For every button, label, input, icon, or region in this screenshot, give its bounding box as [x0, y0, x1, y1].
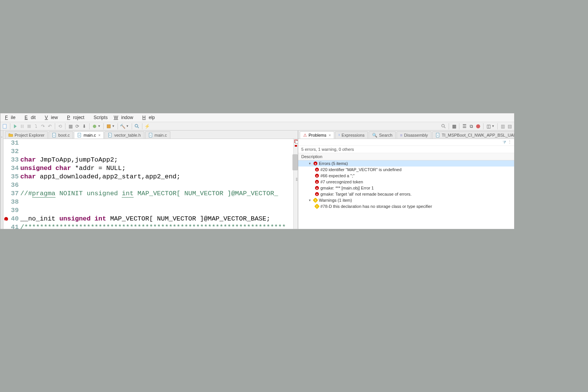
- hammer-icon[interactable]: 🔨: [120, 123, 126, 129]
- tab-expressions[interactable]: ᵡ Expressions: [335, 131, 368, 139]
- svg-line-7: [137, 126, 139, 128]
- error-marker-icon[interactable]: [4, 217, 8, 221]
- problems-summary: 5 errors, 1 warning, 0 others: [298, 146, 514, 153]
- problems-tree: ▾xErrors (5 items)x#20 identifier "MAP_V…: [298, 160, 514, 209]
- tree-row[interactable]: xgmake: *** [main.obj] Error 1: [298, 185, 514, 191]
- new-icon[interactable]: [2, 123, 8, 129]
- tab-search[interactable]: 🔍 Search: [369, 131, 396, 139]
- line-numbers: 3132333435363738394041: [10, 139, 20, 229]
- open-perspective-icon[interactable]: ◫: [485, 123, 492, 129]
- vertical-scrollbar[interactable]: [292, 154, 298, 170]
- editor-tab-row: Project Explorer c boot.c c main.c × h v…: [3, 131, 298, 139]
- tab-disassembly[interactable]: ≡ Disassembly: [397, 131, 431, 139]
- restart-icon[interactable]: ⟲: [57, 123, 63, 129]
- svg-point-6: [135, 124, 138, 127]
- view-b-icon[interactable]: ▤: [506, 123, 513, 129]
- refresh-icon[interactable]: ⟳: [74, 123, 80, 129]
- tab-boot-c[interactable]: c boot.c: [49, 131, 73, 139]
- c-file-icon: c: [436, 133, 440, 137]
- error-icon: x: [315, 168, 319, 172]
- download-icon[interactable]: ⬇: [81, 123, 87, 129]
- c-file-icon: c: [77, 133, 82, 137]
- marker-column: [3, 139, 10, 229]
- tree-row[interactable]: x#20 identifier "MAP_VECTOR" is undefine…: [298, 167, 514, 173]
- pause-icon[interactable]: [19, 123, 25, 129]
- step-icon[interactable]: ⤵: [33, 123, 39, 129]
- svg-rect-1: [21, 124, 22, 128]
- perspective-2-icon[interactable]: ⧉: [468, 123, 474, 129]
- filter-icon[interactable]: ⧩: [503, 140, 506, 145]
- run-icon[interactable]: [12, 123, 18, 129]
- error-icon: x: [315, 186, 319, 190]
- close-icon[interactable]: ×: [328, 133, 331, 137]
- search-icon: 🔍: [372, 133, 377, 138]
- step-over-icon[interactable]: ↷: [40, 123, 46, 129]
- svg-text:h: h: [109, 134, 110, 136]
- flash-icon[interactable]: ⚡: [144, 123, 150, 129]
- code-editor[interactable]: 3132333435363738394041 char JmpToApp,jum…: [3, 139, 298, 229]
- close-icon[interactable]: ×: [98, 133, 101, 137]
- tree-row[interactable]: !#78-D this declaration has no storage c…: [298, 203, 514, 209]
- tab-project-explorer[interactable]: Project Explorer: [5, 131, 48, 139]
- tree-row[interactable]: x#66 expected a ";": [298, 173, 514, 179]
- tab-main-c-2[interactable]: c main.c: [145, 131, 170, 139]
- view-menu-icon[interactable]: ⋮: [508, 140, 512, 145]
- build-icon[interactable]: [106, 123, 112, 129]
- svg-rect-2: [23, 124, 24, 128]
- stop-icon[interactable]: [26, 123, 32, 129]
- code-content[interactable]: char JmpToApp,jumpToApp2;unsigned char *…: [20, 139, 293, 229]
- perspective-1-icon[interactable]: ☰: [461, 123, 467, 129]
- svg-point-4: [93, 124, 96, 128]
- tree-row[interactable]: ▾!Warnings (1 item): [298, 197, 514, 203]
- step-return-icon[interactable]: ↶: [47, 123, 53, 129]
- search-tool-icon[interactable]: [134, 123, 140, 129]
- tab-problems[interactable]: ⚠ Problems ×: [300, 131, 334, 139]
- disassembly-icon: ≡: [400, 133, 402, 137]
- menu-edit[interactable]: Edit: [21, 114, 42, 121]
- menu-help[interactable]: Help: [139, 114, 161, 121]
- tree-row[interactable]: x#7 unrecognized token: [298, 179, 514, 185]
- menu-project[interactable]: Project: [64, 114, 90, 121]
- tab-main-c-active[interactable]: c main.c ×: [74, 131, 104, 139]
- error-mark: [295, 145, 297, 147]
- perspective-debug-icon[interactable]: [475, 123, 481, 129]
- left-trim: ▫: [0, 131, 3, 229]
- chevron-down-icon[interactable]: ▾: [309, 162, 314, 165]
- debug-icon[interactable]: [91, 123, 98, 129]
- tab-extra-file[interactable]: c TI_MSPBoot_CI_NWK_APP_BSL_UART.c: [432, 131, 514, 139]
- editor-pane: Project Explorer c boot.c c main.c × h v…: [3, 131, 298, 229]
- problems-icon: ⚠: [303, 133, 307, 138]
- tab-vector-table-h[interactable]: h vector_table.h: [105, 131, 144, 139]
- minimize-icon[interactable]: ▫: [1, 135, 2, 139]
- menu-view[interactable]: View: [42, 114, 64, 121]
- menu-scripts[interactable]: Scripts: [90, 114, 111, 121]
- svg-point-8: [442, 124, 444, 127]
- svg-text:c: c: [54, 134, 55, 136]
- menu-file[interactable]: File: [2, 114, 21, 121]
- error-icon: x: [314, 162, 317, 165]
- menu-window[interactable]: Window: [111, 114, 139, 121]
- perspective-ccs-icon[interactable]: ▦: [451, 123, 457, 129]
- expressions-icon: ᵡ: [338, 133, 340, 138]
- tree-row[interactable]: xgmake: Target 'all' not remade because …: [298, 191, 514, 197]
- svg-text:c: c: [437, 134, 438, 136]
- chip-icon[interactable]: ▦: [67, 123, 74, 129]
- svg-point-10: [476, 124, 480, 128]
- error-icon: x: [315, 192, 319, 196]
- warning-icon: !: [313, 198, 318, 203]
- folder-icon: [8, 133, 13, 137]
- c-file-icon: c: [149, 133, 153, 137]
- sash-handle[interactable]: [295, 173, 298, 185]
- minimize-icon[interactable]: [295, 140, 298, 144]
- view-a-icon[interactable]: ▥: [500, 123, 506, 129]
- menu-bar: File Edit View Project Scripts Window He…: [0, 113, 514, 122]
- tree-row[interactable]: ▾xErrors (5 items): [298, 160, 514, 167]
- svg-rect-0: [3, 124, 7, 128]
- right-tab-row: ⚠ Problems × ᵡ Expressions 🔍 Search ≡ Di…: [298, 131, 514, 139]
- error-icon: x: [315, 174, 319, 178]
- column-header-description[interactable]: Description: [298, 153, 514, 160]
- svg-rect-3: [28, 124, 31, 128]
- problems-pane: ⚠ Problems × ᵡ Expressions 🔍 Search ≡ Di…: [298, 131, 514, 229]
- quick-access-icon[interactable]: [441, 123, 447, 129]
- error-icon: x: [315, 180, 319, 184]
